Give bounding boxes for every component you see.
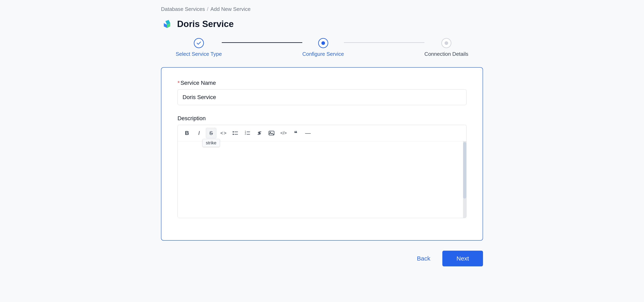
required-star: *: [178, 80, 180, 86]
stepper-line-2: [344, 42, 424, 43]
service-header: Doris Service: [161, 18, 483, 30]
page-wrapper: Database Services / Add New Service Dori…: [0, 0, 644, 302]
service-name-group: *Service Name: [178, 80, 466, 105]
stepper-circle-3: [441, 38, 452, 48]
toolbar-link-button[interactable]: [254, 128, 265, 138]
svg-text:2: 2: [245, 132, 246, 135]
breadcrumb-current: Add New Service: [210, 6, 250, 12]
strike-tooltip: strike: [202, 139, 220, 147]
stepper-step-1: Select Service Type: [176, 38, 222, 57]
svg-point-1: [233, 131, 234, 132]
toolbar-bullet-list-button[interactable]: [230, 128, 240, 138]
toolbar-numbered-list-button[interactable]: 1 2: [242, 128, 252, 138]
editor-scrollbar[interactable]: [463, 141, 466, 218]
service-logo: [161, 18, 173, 30]
editor-scroll-area: [178, 141, 466, 218]
page-title: Doris Service: [177, 19, 234, 29]
service-name-label: *Service Name: [178, 80, 466, 86]
editor-scrollbar-thumb: [463, 142, 466, 198]
stepper-circle-1: [194, 38, 204, 48]
service-name-input[interactable]: [178, 90, 466, 105]
stepper: Select Service Type Configure Service Co…: [161, 38, 483, 57]
stepper-label-3: Connection Details: [424, 51, 468, 57]
form-footer: Back Next: [161, 251, 483, 266]
toolbar-strike-button[interactable]: S strike: [206, 128, 216, 138]
toolbar-italic-button[interactable]: I: [194, 128, 204, 138]
toolbar-code-inline-button[interactable]: < >: [218, 128, 228, 138]
toolbar-divider-button[interactable]: —: [302, 128, 313, 138]
back-button[interactable]: Back: [411, 252, 436, 266]
editor-toolbar: B I S strike < >: [178, 125, 466, 141]
breadcrumb: Database Services / Add New Service: [161, 6, 483, 12]
toolbar-code-block-button[interactable]: </>: [278, 128, 289, 138]
content-area: Database Services / Add New Service Dori…: [161, 6, 483, 266]
toolbar-blockquote-button[interactable]: ❝: [290, 128, 301, 138]
stepper-line-1: [222, 42, 302, 43]
toolbar-image-button[interactable]: [266, 128, 277, 138]
form-card: *Service Name Description B I: [161, 67, 483, 240]
toolbar-bold-button[interactable]: B: [182, 128, 192, 138]
next-button[interactable]: Next: [442, 251, 483, 266]
stepper-circle-2: [318, 38, 328, 48]
svg-point-2: [233, 134, 234, 135]
description-editor: B I S strike < >: [178, 125, 466, 218]
stepper-step-3: Connection Details: [424, 38, 468, 57]
stepper-label-1: Select Service Type: [176, 51, 222, 57]
description-editor-content[interactable]: [178, 141, 463, 218]
description-group: Description B I S strike: [178, 115, 466, 218]
stepper-label-2: Configure Service: [302, 51, 344, 57]
breadcrumb-parent[interactable]: Database Services: [161, 6, 205, 12]
description-label: Description: [178, 115, 466, 122]
breadcrumb-separator: /: [207, 6, 208, 12]
stepper-step-2: Configure Service: [302, 38, 344, 57]
